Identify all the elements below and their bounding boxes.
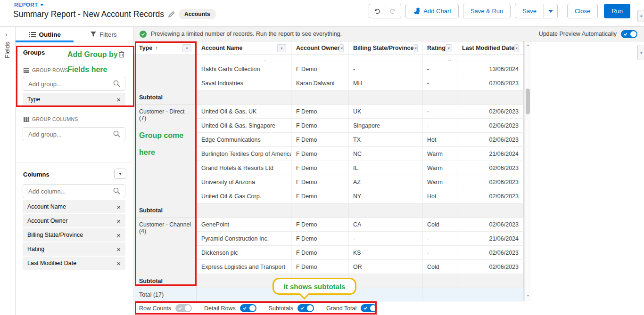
save-and-run-label: Save & Run	[471, 8, 503, 15]
column-chip[interactable]: Account Owner×	[23, 214, 125, 227]
remove-icon[interactable]: ×	[116, 232, 121, 239]
remove-icon[interactable]: ×	[116, 96, 121, 103]
table-row[interactable]: Burlington Textiles Corp of AmericaF Dem…	[197, 147, 524, 161]
column-menu-button[interactable]: ▼	[514, 44, 519, 52]
toggle-grand-total[interactable]	[361, 304, 377, 312]
columns-menu-button[interactable]: ▼	[114, 169, 126, 179]
table-vertical-scrollbar[interactable]: ▲ ▼	[524, 41, 531, 301]
table-cell: Warm	[422, 161, 457, 175]
column-header[interactable]: Type↑▼	[134, 41, 197, 55]
column-menu-button[interactable]: ▼	[446, 44, 452, 52]
summary-cell: Subtotal	[134, 90, 197, 104]
run-button[interactable]: Run	[604, 4, 630, 18]
table-row[interactable]: GenePointF DemoCACold02/06/2023	[197, 218, 524, 232]
tab-outline[interactable]: Outline	[16, 27, 74, 42]
table-row[interactable]: University of ArizonaF DemoAZWarm02/06/2…	[197, 175, 524, 189]
column-chip[interactable]: Last Modified Date×	[23, 257, 125, 270]
edit-title-pencil-icon[interactable]	[168, 11, 174, 17]
pie-chart-icon	[413, 8, 420, 15]
save-button[interactable]: Save	[515, 4, 544, 18]
column-menu-button[interactable]: ▼	[414, 44, 418, 52]
table-row[interactable]: United Oil & Gas, SingaporeF DemoSingapo…	[197, 119, 524, 133]
table-cell: -	[422, 105, 457, 119]
table-cell: 02/06/2023	[457, 133, 524, 147]
column-header[interactable]: Account Name▼	[197, 41, 291, 55]
column-menu-button[interactable]: ▼	[277, 44, 286, 52]
add-group-columns-input[interactable]	[23, 127, 125, 141]
remove-icon[interactable]: ×	[116, 246, 121, 253]
remove-icon[interactable]: ×	[116, 260, 121, 267]
scroll-up-icon[interactable]: ▲	[525, 43, 531, 47]
table-cell: Rakhi Garhi Collection	[197, 62, 291, 76]
table-cell: TX	[348, 133, 422, 147]
table-cell: Dickenson plc	[197, 246, 291, 260]
column-chip[interactable]: Account Name×	[23, 200, 125, 213]
redo-button[interactable]	[385, 4, 401, 18]
column-header[interactable]: Rating▼	[422, 41, 457, 55]
save-and-run-button[interactable]: Save & Run	[463, 4, 511, 18]
object-badge: Accounts	[179, 9, 216, 19]
summary-label: Subtotal	[139, 94, 163, 101]
table-row[interactable]: Express Logistics and TransportF DemoORC…	[197, 260, 524, 274]
table-cell: GenePoint	[197, 218, 291, 232]
tab-filters[interactable]: Filters	[74, 27, 133, 42]
scroll-down-icon[interactable]: ▼	[525, 294, 531, 297]
group-cell[interactable]: Customer - Direct (7)	[134, 105, 197, 203]
chip-label: Billing State/Province	[27, 232, 83, 238]
preview-option-label: Subtotals	[269, 305, 293, 312]
column-header[interactable]: Billing State/Province▼	[348, 41, 422, 55]
add-column-input[interactable]	[23, 184, 125, 198]
table-row[interactable]: Edge CommunicationsF DemoTXHot02/06/2023	[197, 133, 524, 147]
toggle-detail-rows[interactable]	[240, 304, 256, 312]
remove-icon[interactable]: ×	[116, 203, 121, 210]
column-chip[interactable]: Billing State/Province×	[23, 228, 125, 242]
expand-panel-left-icon[interactable]: ◀	[637, 10, 644, 22]
group-cell[interactable]: Customer - Channel (4)	[134, 218, 197, 274]
close-button[interactable]: Close	[567, 4, 598, 18]
table-cell: -	[422, 119, 457, 133]
table-row[interactable]: Dickenson plcF DemoKS-02/06/2023	[197, 246, 524, 260]
table-cell: F Demo	[291, 105, 348, 119]
save-dropdown-button[interactable]	[544, 4, 558, 18]
summary-cell	[348, 274, 422, 288]
table-row[interactable]: Rakhi Garhi CollectionF Demo--13/06/2024	[197, 62, 524, 76]
table-cell: United Oil & Gas, Singapore	[197, 119, 291, 133]
update-preview-toggle[interactable]	[621, 30, 637, 38]
table-cell: NY	[348, 189, 422, 203]
add-chart-button[interactable]: Add Chart	[405, 4, 459, 18]
column-chip[interactable]: Rating×	[23, 242, 125, 256]
scrollbar-thumb[interactable]	[526, 89, 530, 114]
table-row[interactable]: United Oil & Gas Corp.F DemoNYHot02/06/2…	[197, 189, 524, 203]
column-header-label: Billing State/Province	[353, 45, 414, 51]
table-row[interactable]: Saval IndustriesKaran DalwaniMH-07/06/20…	[197, 76, 524, 90]
report-object-menu[interactable]: REPORT	[14, 2, 44, 8]
fields-panel-collapsed[interactable]: › Fields	[0, 27, 16, 315]
table-cell: Saval Industries	[197, 76, 291, 90]
column-menu-button[interactable]: ▼	[339, 44, 344, 52]
remove-icon[interactable]: ×	[116, 218, 121, 225]
expand-panel-left-icon[interactable]: ◀	[637, 45, 644, 60]
expand-fields-chevron-icon[interactable]: ›	[5, 31, 8, 38]
column-header[interactable]: Last Modified Date▼	[457, 41, 524, 55]
column-menu-button[interactable]: ▼	[182, 44, 191, 52]
group-cell[interactable]	[134, 55, 197, 90]
table-cell: 02/06/2023	[457, 175, 524, 189]
toggle-knob	[307, 305, 313, 311]
columns-heading: Columns	[23, 171, 50, 178]
table-row[interactable]: Grand Hotels & Resorts LtdF DemoILWarm02…	[197, 161, 524, 175]
delete-group-trash-icon[interactable]	[119, 51, 124, 59]
toggle-knob	[630, 31, 636, 37]
page-title: Summary Report - New Account Records	[13, 9, 164, 19]
subtotal-row: Subtotal	[134, 90, 524, 105]
table-cell: -	[348, 232, 422, 246]
toggle-subtotals[interactable]	[297, 304, 314, 312]
add-group-rows-input[interactable]	[23, 77, 125, 91]
undo-button[interactable]	[369, 4, 385, 18]
group-row-chip[interactable]: Type×	[23, 93, 125, 106]
table-row[interactable]: Pyramid Construction Inc.F Demo--21/06/2…	[197, 232, 524, 246]
table-row[interactable]: United Oil & Gas, UKF DemoUK-02/06/2023	[197, 105, 524, 119]
clipped-cell: , ,	[422, 55, 457, 62]
column-header[interactable]: Account Owner▼	[291, 41, 348, 55]
summary-cell: Subtotal	[134, 203, 197, 217]
outline-icon	[29, 32, 36, 37]
